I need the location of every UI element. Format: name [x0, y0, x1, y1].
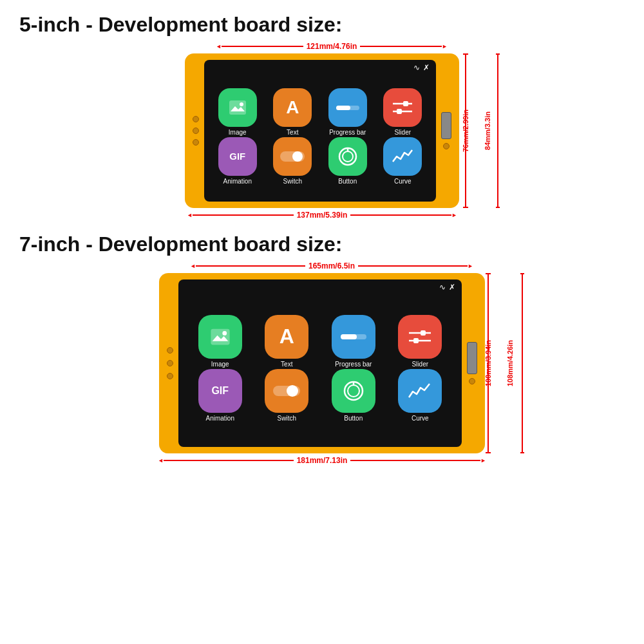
svg-rect-0: [229, 100, 246, 115]
app-label-text-7: Text: [281, 361, 292, 368]
board-5inch: ∿ ✗ Image: [185, 53, 459, 208]
app-slider-5inch[interactable]: Slider: [376, 88, 430, 136]
connector-dot: [193, 128, 199, 134]
app-label-curve: Curve: [394, 178, 412, 185]
app-progressbar-7inch[interactable]: Progress bar: [321, 315, 386, 368]
svg-rect-3: [336, 106, 350, 110]
app-label-progressbar-7: Progress bar: [335, 361, 372, 368]
app-label-curve-7: Curve: [412, 415, 429, 422]
app-label-slider: Slider: [394, 129, 411, 136]
screen-7inch: ∿ ✗ Image: [178, 279, 462, 447]
svg-rect-16: [341, 334, 357, 339]
right-dims-7inch: 100mm/3.94in 108mm/4.26in: [482, 273, 543, 453]
connector-dot: [167, 360, 173, 366]
connector-dot: [167, 347, 173, 354]
right-connectors-5inch: [439, 109, 454, 152]
wifi-icon: ∿: [413, 63, 420, 72]
svg-rect-6: [403, 101, 408, 106]
bluetooth-icon-7: ✗: [449, 283, 455, 292]
bottom-dim-arrow-5inch: ◄ 137mm/5.39in ►: [187, 211, 457, 220]
svg-rect-20: [413, 338, 419, 343]
svg-rect-7: [397, 109, 402, 114]
bottom-dim-arrow-7inch: ◄ 181mm/7.13in ►: [158, 456, 486, 465]
app-progressbar-5inch[interactable]: Progress bar: [321, 88, 375, 136]
connector-dot: [469, 378, 475, 384]
svg-rect-19: [421, 330, 426, 336]
app-text-7inch[interactable]: A Text: [254, 315, 320, 368]
section-2-title: 7-inch - Development board size:: [19, 232, 625, 256]
app-label-text: Text: [287, 129, 298, 136]
app-text-5inch[interactable]: A Text: [266, 88, 320, 136]
app-label-progressbar: Progress bar: [329, 129, 366, 136]
svg-point-14: [222, 331, 227, 336]
app-grid-7inch: Image A Text Progress bar: [178, 293, 462, 447]
app-animation-7inch[interactable]: GIF Animation: [187, 369, 253, 422]
app-image-5inch[interactable]: Image: [211, 88, 265, 136]
right-dims-5inch: 76mm/2.99in 84mm/3.3in: [459, 53, 517, 208]
app-curve-7inch[interactable]: Curve: [388, 369, 453, 422]
app-button-5inch[interactable]: Button: [321, 137, 375, 185]
app-button-7inch[interactable]: Button: [321, 369, 386, 422]
status-bar-7inch: ∿ ✗: [178, 279, 462, 293]
app-label-switch-7: Switch: [278, 415, 296, 422]
svg-point-22: [287, 385, 298, 397]
app-label-button-7: Button: [344, 415, 363, 422]
connector-dot: [193, 139, 199, 146]
app-switch-7inch[interactable]: Switch: [254, 369, 320, 422]
left-connectors-5inch: [190, 113, 202, 148]
app-label-button: Button: [338, 178, 357, 185]
bluetooth-icon: ✗: [423, 63, 430, 72]
board-7inch: ∿ ✗ Image: [159, 273, 485, 453]
svg-point-11: [343, 151, 353, 162]
app-grid-5inch: Image A Text Progress bar: [204, 73, 436, 202]
app-label-switch: Switch: [283, 178, 302, 185]
section-7inch: 7-inch - Development board size: ◄ 165mm…: [19, 232, 625, 465]
app-label-image-7: Image: [211, 361, 229, 368]
app-switch-5inch[interactable]: Switch: [266, 137, 320, 185]
connector-dot: [443, 143, 450, 149]
section-5inch: 5-inch - Development board size: ◄ 121mm…: [19, 13, 625, 220]
app-label-animation-7: Animation: [206, 415, 234, 422]
app-label-animation: Animation: [223, 178, 252, 185]
wifi-icon-7: ∿: [439, 283, 446, 292]
svg-point-24: [348, 385, 359, 397]
section-1-title: 5-inch - Development board size:: [19, 13, 625, 37]
connector-dot: [167, 373, 173, 379]
svg-point-9: [292, 151, 303, 162]
svg-rect-13: [211, 328, 229, 345]
left-connectors-7inch: [164, 345, 176, 382]
app-curve-5inch[interactable]: Curve: [376, 137, 430, 185]
app-label-image: Image: [229, 129, 247, 136]
connector-dot: [193, 116, 199, 122]
app-animation-5inch[interactable]: GIF Animation: [211, 137, 265, 185]
app-slider-7inch[interactable]: Slider: [388, 315, 453, 368]
app-label-slider-7: Slider: [412, 361, 428, 368]
top-dim-arrow-5inch: ◄ 121mm/4.76in ►: [216, 42, 448, 51]
top-dim-arrow-7inch: ◄ 165mm/6.5in ►: [190, 261, 473, 270]
app-image-7inch[interactable]: Image: [187, 315, 253, 368]
svg-point-1: [240, 102, 243, 106]
status-bar-5inch: ∿ ✗: [204, 60, 436, 73]
right-connectors-7inch: [464, 339, 480, 387]
screen-5inch: ∿ ✗ Image: [204, 60, 436, 202]
